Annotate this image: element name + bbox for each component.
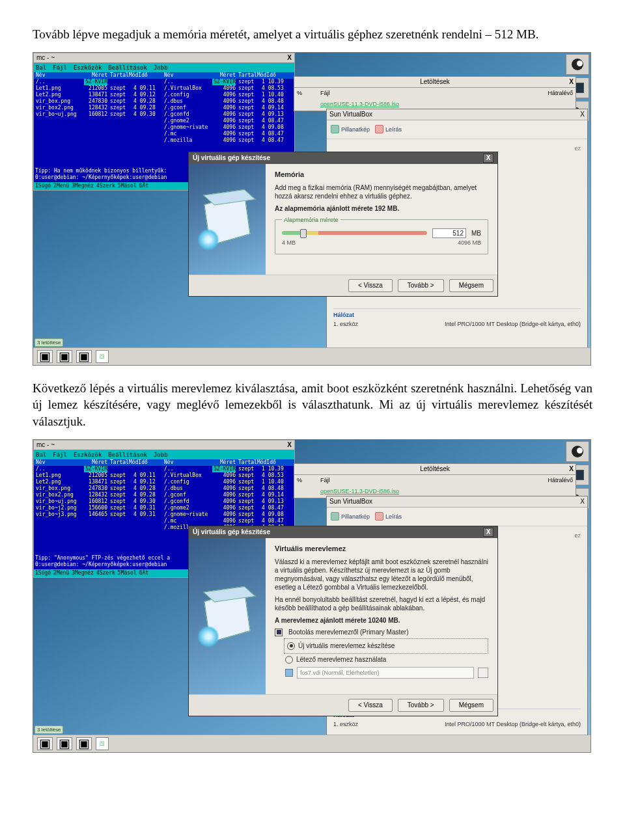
tab-snapshot[interactable]: Pillanatkép (331, 125, 370, 133)
cancel-button[interactable]: Mégsem (449, 279, 493, 292)
wizard-text-2: Ha ennél bonyolultabb beállítást szeretn… (275, 595, 488, 612)
mc-row[interactable]: vir_bo~uj.png160812szept4 09.30/.gconfd4… (34, 498, 294, 505)
mc-titlebar[interactable]: mc - ~ X (34, 53, 294, 63)
mc-row[interactable]: /.mc4096szept4 08.47 (34, 518, 294, 524)
mc-menu-left[interactable]: Bal (36, 64, 46, 72)
radio-new-disk[interactable]: Új virtuális merevlemez készítése (287, 642, 485, 650)
existing-disk-select[interactable]: fos7.vdi (Normál, Elérhetetlen) (297, 667, 474, 679)
taskbar[interactable]: ▣ ▣ ▣ ◳ (33, 735, 590, 752)
close-icon[interactable]: X (287, 53, 292, 62)
mc-f1[interactable]: 1Súgó (35, 569, 51, 577)
wizard-titlebar[interactable]: Új virtuális gép készítése X (189, 152, 497, 164)
taskbar-vb-icon[interactable]: ◳ (96, 350, 109, 363)
mc-f1[interactable]: 1Súgó (35, 182, 51, 190)
mc-f2[interactable]: 2Menü (53, 182, 69, 190)
radio-icon[interactable] (287, 642, 295, 650)
mc-f3[interactable]: 3Megnéz (72, 182, 94, 190)
back-button[interactable]: < Vissza (348, 699, 393, 712)
status-downloads: 3 letöltése (35, 725, 63, 734)
wizard-titlebar[interactable]: Új virtuális gép készítése X (189, 526, 497, 538)
close-icon[interactable]: X (580, 496, 585, 507)
mc-row[interactable]: Let2.png138471szept4 09.12/.config4096sz… (34, 479, 294, 485)
mc-f3[interactable]: 3Megnéz (72, 569, 94, 577)
mc-f5[interactable]: 5Másol (118, 182, 137, 190)
mc-menu[interactable]: Bal Fájl Eszközök Beállítások Jobb (34, 450, 294, 459)
back-button[interactable]: < Vissza (348, 279, 393, 292)
mc-menu-left[interactable]: Bal (36, 451, 46, 459)
mc-col-name: Név (36, 72, 81, 79)
close-icon[interactable]: X (569, 77, 574, 87)
mc-row[interactable]: vir_box.png247830szept4 09.28/.dbus4096s… (34, 485, 294, 492)
close-icon[interactable]: X (287, 440, 292, 450)
wizard-harddisk: Új virtuális gép készítése X Virtuális m… (188, 526, 498, 716)
mc-menu-right[interactable]: Jobb (154, 451, 168, 459)
mc-menu-file[interactable]: Fájl (53, 64, 67, 72)
mc-menu-right[interactable]: Jobb (154, 64, 168, 72)
radio-icon[interactable] (285, 656, 293, 664)
close-icon[interactable]: X (569, 464, 574, 474)
mc-row[interactable]: vir_bo~j2.png156600szept4 09.31/.gnome24… (34, 505, 294, 511)
tray-icon-yinyang[interactable] (566, 54, 589, 75)
mc-row[interactable]: /.gnome~rivate4096szept4 09.08 (34, 124, 294, 131)
mc-b0t: 1 10.39 (262, 79, 290, 85)
downloads-titlebar[interactable]: Letöltések X (294, 464, 576, 475)
mc-row[interactable]: /.mc4096szept4 08.47 (34, 131, 294, 137)
tab-description[interactable]: Leírás (375, 125, 402, 133)
mc-menu-tools[interactable]: Eszközök (74, 451, 102, 459)
virtualbox-titlebar[interactable]: Sun VirtualBox X (327, 109, 587, 120)
mc-b0d: szept (238, 79, 259, 85)
mc-f4[interactable]: 4Szerk (96, 182, 115, 190)
taskbar-vb-icon[interactable]: ◳ (96, 737, 109, 750)
mc-menu-settings[interactable]: Beállítások (108, 451, 147, 459)
taskbar-btn-1[interactable]: ▣ (37, 350, 53, 363)
taskbar-btn-3[interactable]: ▣ (76, 737, 92, 750)
mc-f6[interactable]: 6Át (139, 569, 148, 577)
mc-menu[interactable]: Bal Fájl Eszközök Beállítások Jobb (34, 63, 294, 72)
mc-row[interactable]: Let1.png212005szept4 09.11/.VirtualBox40… (34, 472, 294, 479)
browse-icon[interactable] (478, 668, 488, 678)
close-icon[interactable]: X (580, 109, 585, 120)
mc-f4[interactable]: 4Szerk (96, 569, 115, 577)
boot-checkbox[interactable]: Bootolás merevlemezről (Primary Master) (275, 629, 488, 636)
mc-row[interactable]: vir_box2.png128432szept4 09.28/.gconf409… (34, 492, 294, 498)
taskbar-btn-1[interactable]: ▣ (37, 737, 53, 750)
next-button[interactable]: Tovább > (398, 279, 444, 292)
taskbar-btn-3[interactable]: ▣ (76, 350, 92, 363)
mc-menu-tools[interactable]: Eszközök (74, 64, 102, 72)
mc-menu-settings[interactable]: Beállítások (108, 64, 147, 72)
existing-disk-combo[interactable]: fos7.vdi (Normál, Elérhetetlen) (285, 667, 488, 679)
close-icon[interactable]: X (483, 154, 493, 163)
mc-menu-file[interactable]: Fájl (53, 451, 67, 459)
mc-row[interactable]: vir_box2.png128432szept4 09.28/.gconf409… (34, 105, 294, 111)
virtualbox-titlebar[interactable]: Sun VirtualBox X (327, 496, 587, 508)
memory-legend: Alapmemória mérete (282, 217, 340, 223)
mc-row[interactable]: vir_bo~uj.png160812szept4 09.30/.gconfd4… (34, 111, 294, 118)
taskbar[interactable]: ▣ ▣ ▣ ◳ (33, 347, 590, 365)
tab-snapshot[interactable]: Pillanatkép (331, 512, 370, 521)
cancel-button[interactable]: Mégsem (449, 699, 493, 712)
mc-f6[interactable]: 6Át (139, 182, 148, 190)
next-button[interactable]: Tovább > (398, 699, 444, 712)
mc-row[interactable]: /.mozilla4096szept4 08.47 (34, 137, 294, 144)
mc-f2[interactable]: 2Menü (53, 569, 69, 577)
tray-icon-yinyang[interactable] (566, 441, 589, 462)
downloads-file-link[interactable]: openSUSE-11.3-DVD-i586.iso (320, 487, 523, 496)
mc-row[interactable]: Let2.png138471szept4 09.12/.config4096sz… (34, 92, 294, 98)
mc-row[interactable]: vir_bo~j3.png146465szept4 09.31/.gnome~r… (34, 511, 294, 518)
memory-input[interactable]: 512 (432, 228, 466, 238)
tab-description[interactable]: Leírás (375, 512, 402, 521)
mc-titlebar[interactable]: mc - ~ X (34, 440, 294, 450)
checkbox-icon[interactable] (275, 629, 283, 636)
downloads-file-link[interactable]: openSUSE-11.3-DVD-i586.iso (320, 100, 523, 109)
downloads-col-file: Fájl (320, 476, 523, 485)
radio-existing-disk[interactable]: Létező merevlemez használata (285, 656, 488, 664)
taskbar-btn-2[interactable]: ▣ (57, 737, 72, 750)
memory-slider[interactable] (282, 231, 427, 235)
mc-f5[interactable]: 5Másol (118, 569, 137, 577)
close-icon[interactable]: X (483, 528, 493, 537)
downloads-titlebar[interactable]: Letöltések X (294, 77, 576, 88)
mc-row[interactable]: /.gnome24096szept4 08.47 (34, 118, 294, 124)
mc-row[interactable]: vir_box.png247830szept4 09.28/.dbus4096s… (34, 98, 294, 105)
taskbar-btn-2[interactable]: ▣ (57, 350, 72, 363)
mc-row[interactable]: Let1.png212005szept4 09.11/.VirtualBox40… (34, 85, 294, 92)
